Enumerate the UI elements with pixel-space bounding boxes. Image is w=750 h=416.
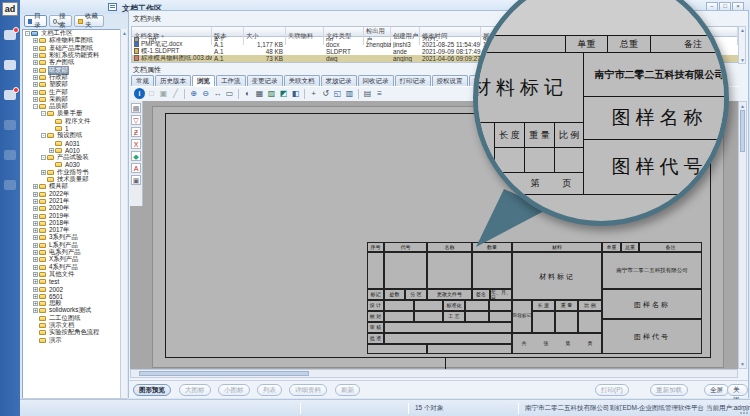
fullscreen-button[interactable]: 全屏 [704, 384, 729, 396]
scroll-down-icon[interactable]: ▼ [739, 57, 746, 63]
brightness-icon[interactable]: ◐ [242, 88, 253, 99]
tree-item[interactable]: +生产部 [23, 88, 126, 95]
sidebar-tab-2[interactable]: 收藏夹 [74, 15, 104, 27]
pages-icon[interactable]: ▤ [131, 103, 141, 113]
tree-item[interactable]: +客户图纸 [23, 59, 126, 66]
save-icon[interactable]: ▣ [158, 88, 169, 99]
tree-item[interactable]: -产品试验装 [23, 154, 126, 161]
collapse-icon[interactable]: - [41, 133, 46, 138]
collapse-icon[interactable]: - [41, 111, 46, 116]
pen-icon[interactable]: ◆ [131, 151, 141, 161]
collapse-icon[interactable]: - [33, 104, 38, 109]
rotate-icon[interactable]: ↺ [320, 88, 331, 99]
info-icon[interactable]: i [134, 88, 145, 99]
tree-item[interactable]: 实验按配角色流程 [23, 329, 126, 336]
expand-icon[interactable]: + [33, 257, 38, 262]
tab-5[interactable]: 关联文档 [284, 75, 320, 86]
stamp-icon[interactable]: ▽ [131, 115, 141, 125]
scroll-up-icon[interactable]: ▲ [121, 30, 128, 36]
scroll-up-icon[interactable]: ▲ [739, 103, 746, 109]
collapse-icon[interactable]: - [41, 155, 46, 160]
preview-vertical-scrollbar[interactable]: ▲▼ [738, 101, 747, 369]
preview-mode-button-3[interactable]: 列表 [257, 384, 282, 396]
tree-item[interactable]: -预设图纸 [23, 132, 126, 139]
fit-width-icon[interactable]: ↔ [212, 88, 223, 99]
tree-item[interactable]: +2020年 [23, 205, 126, 212]
expand-icon[interactable]: + [33, 308, 38, 313]
preview-mode-button-2[interactable]: 小图标 [218, 384, 250, 396]
tab-0[interactable]: 常规 [131, 75, 154, 86]
tree-item[interactable]: +行政部 [23, 74, 126, 81]
expand-icon[interactable]: + [33, 301, 38, 306]
expand-icon[interactable]: + [33, 235, 38, 240]
expand-icon[interactable]: + [33, 68, 38, 73]
expand-icon[interactable]: + [33, 228, 38, 233]
expand-icon[interactable]: + [33, 82, 38, 87]
tree-item[interactable]: +6501 [23, 293, 126, 300]
tab-6[interactable]: 发放记录 [321, 75, 357, 86]
app-logo[interactable]: ad [2, 2, 18, 16]
monitor-icon[interactable]: ◧ [290, 88, 301, 99]
table-scrollbar[interactable]: ▲▼ [738, 26, 746, 64]
edit-icon[interactable]: ╱ [170, 88, 181, 99]
preview-mode-button-0[interactable]: 图形预览 [133, 384, 171, 396]
tab-7[interactable]: 回收记录 [358, 75, 394, 86]
expand-icon[interactable]: + [33, 243, 38, 248]
grid-icon[interactable]: ▥ [344, 88, 355, 99]
tree-item[interactable]: +2002 [23, 285, 126, 292]
refresh-icon[interactable] [4, 120, 16, 130]
tab-1[interactable]: 历史版本 [155, 75, 191, 86]
tree-item[interactable]: +采购部 [23, 96, 126, 103]
chat-icon[interactable] [4, 30, 16, 40]
zoom-in-icon[interactable]: ⊕ [188, 88, 199, 99]
preview-mode-button-5[interactable]: 刷新 [335, 384, 360, 396]
scroll-up-icon[interactable]: ▲ [739, 27, 746, 33]
action-button-1[interactable]: 重新加载 [650, 384, 688, 396]
tree-item[interactable]: +模具部 [23, 183, 126, 190]
zoom-window-icon[interactable]: ◱ [332, 88, 343, 99]
tab-3[interactable]: 工作流 [216, 75, 246, 86]
column-header[interactable]: 关联物料 [286, 27, 324, 45]
expand-icon[interactable]: + [33, 221, 38, 226]
settings-icon[interactable] [4, 180, 16, 190]
zoom-out-icon[interactable]: ⊖ [200, 88, 211, 99]
text-icon[interactable]: A [131, 163, 141, 173]
tree-item[interactable]: 技术质量部 [23, 176, 126, 183]
open-icon[interactable]: □ [146, 88, 157, 99]
expand-icon[interactable]: + [33, 90, 38, 95]
tab-9[interactable]: 授权设置 [432, 75, 468, 86]
settings-icon[interactable]: ≡ [374, 88, 385, 99]
image-icon[interactable]: ▨ [266, 88, 277, 99]
expand-icon[interactable]: + [33, 206, 38, 211]
layers-icon[interactable]: ▦ [254, 88, 265, 99]
expand-icon[interactable]: + [33, 60, 38, 65]
sidebar-tab-1[interactable]: 搜索 [49, 15, 72, 27]
tab-4[interactable]: 变更记录 [247, 75, 283, 86]
pan-icon[interactable]: + [308, 88, 319, 99]
tree-item[interactable]: +2021年 [23, 198, 126, 205]
expand-icon[interactable]: + [33, 287, 38, 292]
tab-8[interactable]: 打印记录 [395, 75, 431, 86]
fit-page-icon[interactable]: ▭ [224, 88, 235, 99]
tab-2[interactable]: 浏览 [192, 75, 215, 86]
expand-icon[interactable]: + [49, 148, 54, 153]
collapse-icon[interactable]: - [25, 31, 30, 36]
action-button-0[interactable]: 打印(P) [595, 384, 629, 396]
user-icon[interactable] [4, 150, 16, 160]
compare-icon[interactable]: ▤ [362, 88, 373, 99]
tree-item[interactable]: 演示 [23, 336, 126, 343]
tree-item[interactable]: +研发部 [23, 66, 126, 73]
note-icon[interactable]: ▣ [131, 175, 141, 185]
color-icon[interactable]: ◩ [278, 88, 289, 99]
expand-icon[interactable]: + [33, 272, 38, 277]
expand-icon[interactable]: + [33, 199, 38, 204]
preview-mode-button-4[interactable]: 详细资料 [289, 384, 327, 396]
tree-item[interactable]: +2018年 [23, 220, 126, 227]
share-icon[interactable] [4, 90, 16, 100]
close-markup-icon[interactable]: X [131, 139, 141, 149]
resize-grip[interactable] [740, 406, 748, 414]
expand-icon[interactable]: + [33, 192, 38, 197]
hourglass-icon[interactable]: Ƶ [131, 127, 141, 137]
expand-icon[interactable]: + [33, 46, 38, 51]
tree-item[interactable]: A031 [23, 139, 126, 146]
